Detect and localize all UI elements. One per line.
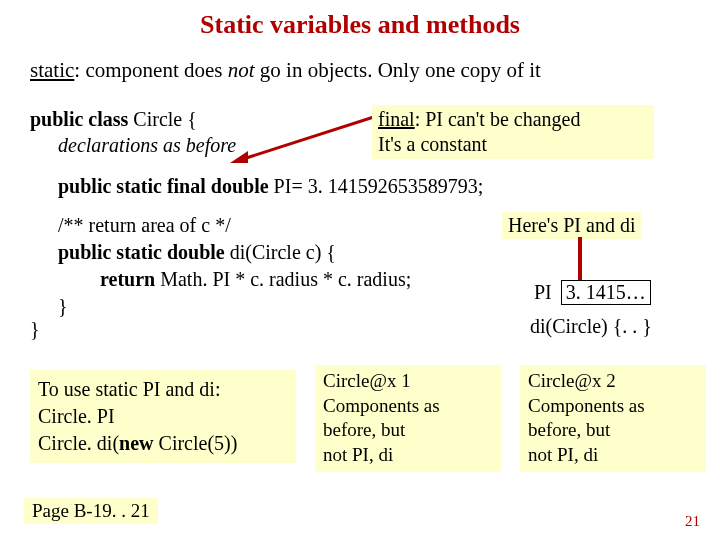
di-signature-text: di(Circle) {. . } <box>530 315 652 338</box>
obj2-name: Circle@x 2 <box>528 370 616 391</box>
static-word: static <box>30 58 74 82</box>
return-expr: Math. PI * c. radius * c. radius; <box>160 268 411 290</box>
page-reference: Page B-19. . 21 <box>24 498 158 524</box>
obj1-l2: Components as <box>323 395 440 416</box>
pi-decl-rest: PI= 3. 141592653589793; <box>274 175 484 197</box>
usage-line-3c: Circle(5)) <box>159 432 238 454</box>
pi-decl-kw: public static final double <box>58 175 274 197</box>
usage-box: To use static PI and di: Circle. PI Circ… <box>30 370 296 463</box>
obj1-l3: before, but <box>323 419 405 440</box>
final-desc-2: It's a constant <box>378 133 487 155</box>
class-name: Circle { <box>133 108 196 130</box>
pi-value: 3. 1415… <box>561 280 651 305</box>
obj2-l3: before, but <box>528 419 610 440</box>
subtitle: static: component does not go in objects… <box>30 58 690 83</box>
object-box-2: Circle@x 2 Components as before, but not… <box>520 365 706 472</box>
slide: Static variables and methods static: com… <box>0 0 720 540</box>
public-class-kw: public class <box>30 108 133 130</box>
pi-label: PI <box>530 281 556 304</box>
subtitle-end: go in objects. Only one copy of it <box>255 58 541 82</box>
object-box-1: Circle@x 1 Components as before, but not… <box>315 365 501 472</box>
final-callout-box: final: PI can't be changed It's a consta… <box>372 105 654 159</box>
usage-line-2: Circle. PI <box>38 405 115 427</box>
final-desc-1: : PI can't be changed <box>415 108 581 130</box>
not-word: not <box>228 58 255 82</box>
decls-before: declarations as before <box>58 134 236 156</box>
usage-line-1: To use static PI and di: <box>38 378 220 400</box>
final-word: final <box>378 108 415 130</box>
obj1-l4: not PI, di <box>323 444 393 465</box>
return-kw: return <box>100 268 160 290</box>
method-close: } <box>58 295 68 317</box>
pi-value-box: PI 3. 1415… <box>530 280 670 305</box>
method-sig-rest: di(Circle c) { <box>230 241 336 263</box>
method-comment: /** return area of c */ <box>58 214 231 236</box>
pi-declaration: public static final double PI= 3. 141592… <box>58 175 578 198</box>
usage-line-3a: Circle. di( <box>38 432 119 454</box>
method-block: /** return area of c */ public static do… <box>58 212 518 320</box>
class-close-brace: } <box>30 318 40 341</box>
obj2-l4: not PI, di <box>528 444 598 465</box>
svg-line-0 <box>240 115 380 160</box>
obj2-l2: Components as <box>528 395 645 416</box>
connector-line <box>540 235 670 285</box>
subtitle-mid: : component does <box>74 58 227 82</box>
svg-marker-1 <box>230 151 248 163</box>
new-kw: new <box>119 432 158 454</box>
obj1-name: Circle@x 1 <box>323 370 411 391</box>
arrow-to-final <box>230 105 390 165</box>
method-sig-kw: public static double <box>58 241 230 263</box>
slide-number: 21 <box>685 513 700 530</box>
slide-title: Static variables and methods <box>0 10 720 40</box>
